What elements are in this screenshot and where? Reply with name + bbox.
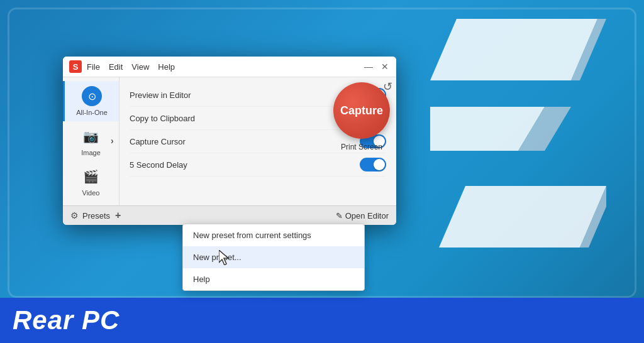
svg-marker-4 bbox=[439, 186, 606, 248]
toggle-label-clipboard: Copy to Clipboard bbox=[130, 114, 360, 123]
all-in-one-label: All-In-One bbox=[76, 109, 108, 116]
bottom-bar: Rear PC bbox=[0, 298, 644, 343]
menu-file[interactable]: File bbox=[87, 62, 100, 72]
svg-marker-0 bbox=[430, 19, 597, 80]
bottom-bar-text: Rear PC bbox=[13, 305, 119, 335]
menu-bar: File Edit View Help bbox=[87, 62, 358, 72]
image-icon: 📷 bbox=[81, 126, 101, 146]
capture-section: Capture Print Screen bbox=[333, 82, 390, 151]
video-label: Video bbox=[82, 189, 100, 197]
open-editor-button[interactable]: ✎ Open Editor bbox=[336, 211, 389, 220]
app-window: S File Edit View Help — ✕ ⊙ All-In-One 📷… bbox=[63, 57, 396, 225]
snagit-logo bbox=[430, 19, 606, 283]
menu-view[interactable]: View bbox=[131, 62, 149, 72]
capture-button[interactable]: Capture bbox=[333, 82, 390, 139]
toggle-label-preview: Preview in Editor bbox=[130, 90, 360, 100]
toggle-label-cursor: Capture Cursor bbox=[130, 137, 360, 146]
print-screen-label: Print Screen bbox=[341, 143, 382, 151]
open-editor-label: Open Editor bbox=[345, 211, 389, 220]
toggle-knob-delay bbox=[374, 159, 385, 170]
main-area: ⊙ All-In-One 📷 Image 🎬 Video › ↺ Preview… bbox=[63, 77, 396, 205]
sidebar-item-video[interactable]: 🎬 Video bbox=[63, 161, 119, 202]
app-logo: S bbox=[69, 60, 82, 73]
dropdown-item-new-preset-from-current[interactable]: New preset from current settings bbox=[183, 224, 364, 246]
presets-gear-icon: ⚙ bbox=[70, 210, 79, 220]
menu-help[interactable]: Help bbox=[158, 62, 175, 72]
dropdown-item-help[interactable]: Help bbox=[183, 268, 364, 290]
sidebar-item-all-in-one[interactable]: ⊙ All-In-One bbox=[63, 81, 119, 121]
image-label: Image bbox=[81, 149, 101, 156]
minimize-button[interactable]: — bbox=[364, 62, 374, 72]
presets-label[interactable]: Presets bbox=[82, 211, 110, 220]
toggle-row-delay: 5 Second Delay bbox=[130, 153, 386, 177]
dropdown-item-new-preset[interactable]: New preset... bbox=[183, 246, 364, 268]
window-controls: — ✕ bbox=[364, 62, 390, 72]
open-editor-icon: ✎ bbox=[336, 211, 343, 220]
video-icon: 🎬 bbox=[81, 166, 101, 187]
presets-add-button[interactable]: + bbox=[115, 210, 121, 221]
all-in-one-icon: ⊙ bbox=[82, 86, 102, 106]
app-bottom-bar: ⚙ Presets + ✎ Open Editor bbox=[63, 205, 396, 225]
dropdown-menu: New preset from current settings New pre… bbox=[182, 224, 365, 291]
menu-edit[interactable]: Edit bbox=[109, 62, 123, 72]
toggle-label-delay: 5 Second Delay bbox=[130, 160, 360, 170]
toggle-delay[interactable] bbox=[360, 158, 386, 172]
title-bar: S File Edit View Help — ✕ bbox=[63, 57, 396, 77]
content-panel: ↺ Preview in Editor Copy to Clipboard Ca… bbox=[119, 77, 396, 205]
expand-arrow[interactable]: › bbox=[111, 136, 114, 146]
close-button[interactable]: ✕ bbox=[380, 62, 390, 72]
